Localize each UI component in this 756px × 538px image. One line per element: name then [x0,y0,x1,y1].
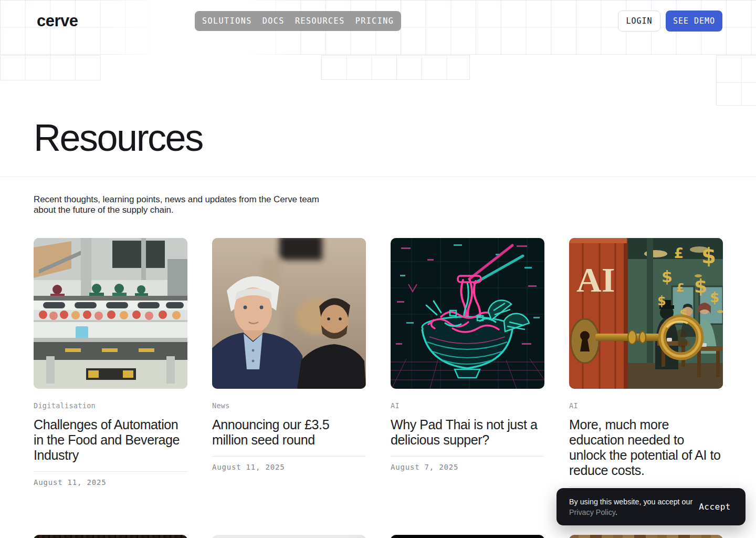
card-category: Digitalisation [34,401,187,410]
card-image-light-gray [212,535,366,538]
blog-cards-row-1: Digitalisation Challenges of Automation … [34,238,723,493]
blog-card-row2-3[interactable] [391,535,544,538]
see-demo-button[interactable]: SEE DEMO [666,11,722,32]
svg-text:$: $ [701,244,716,268]
card-category: AI [391,401,544,410]
nav-item-solutions[interactable]: SOLUTIONS [202,16,252,26]
cookie-banner: By using this website, you accept our Pr… [556,488,746,525]
card-image-two-founders-portrait [212,238,366,389]
svg-text:£: £ [674,245,684,261]
blog-card-ai-education[interactable]: £ $ $ £ $ $ $ $ AI [569,238,723,493]
svg-text:$: $ [694,275,707,297]
card-divider [212,456,366,457]
card-title: Challenges of Automation in the Food and… [34,417,187,463]
card-title: Why Pad Thai is not just a delicious sup… [391,417,544,448]
bg-grid-left-step [0,55,101,80]
cookie-message-suffix: . [615,508,617,516]
nav-item-pricing[interactable]: PRICING [355,16,394,26]
cookie-message-text: By using this website, you accept our [569,498,692,506]
cookie-message: By using this website, you accept our Pr… [569,496,694,518]
blog-cards-row-2 [34,535,723,538]
svg-text:$: $ [662,267,673,286]
page-description: Recent thoughts, learning points, news a… [34,194,342,215]
card-divider [34,471,187,472]
card-image-neon-noodle-bowl-illustration [391,238,544,389]
page-title: Resources [34,117,203,159]
blog-card-row2-1[interactable] [34,535,187,538]
card-category: AI [569,401,723,410]
card-date: August 7, 2025 [391,463,544,471]
card-image-apple-sorting-factory-line [34,238,187,389]
blog-card-automation[interactable]: Digitalisation Challenges of Automation … [34,238,187,493]
svg-text:£: £ [676,281,684,294]
blog-card-row2-4[interactable] [569,535,723,538]
card-title: Announcing our £3.5 million seed round [212,417,366,448]
card-date: August 11, 2025 [34,478,187,487]
blog-card-seed-round[interactable]: News Announcing our £3.5 million seed ro… [212,238,366,493]
bg-grid-middle-step [321,55,470,80]
card-image-dark-textured [34,535,187,538]
nav-item-resources[interactable]: RESOURCES [295,16,345,26]
blog-card-pad-thai[interactable]: AI Why Pad Thai is not just a delicious … [391,238,544,493]
card-category: News [212,401,366,410]
section-divider [0,177,756,177]
accept-button[interactable]: Accept [699,502,731,512]
svg-text:AI: AI [576,261,615,299]
main-nav-pill: SOLUTIONS DOCS RESOURCES PRICING [195,11,401,31]
card-image-golden-key-ai-door-painting: £ $ $ £ $ $ $ $ AI [569,238,723,389]
card-date: August 11, 2025 [212,463,366,471]
card-image-black [391,535,544,538]
svg-text:$: $ [710,289,719,305]
blog-card-row2-2[interactable] [212,535,366,538]
card-image-brown-textured [569,535,723,538]
bg-grid-right-step [716,55,756,106]
privacy-policy-link[interactable]: Privacy Policy [569,508,615,516]
svg-text:$: $ [657,294,666,308]
page: cerve SOLUTIONS DOCS RESOURCES PRICING L… [0,0,756,538]
card-divider [391,456,544,457]
card-divider [569,487,723,487]
card-title: More, much more education needed to unlo… [569,417,723,478]
login-button[interactable]: LOGIN [618,11,660,32]
cerve-logo[interactable]: cerve [37,12,78,30]
nav-item-docs[interactable]: DOCS [262,16,285,26]
